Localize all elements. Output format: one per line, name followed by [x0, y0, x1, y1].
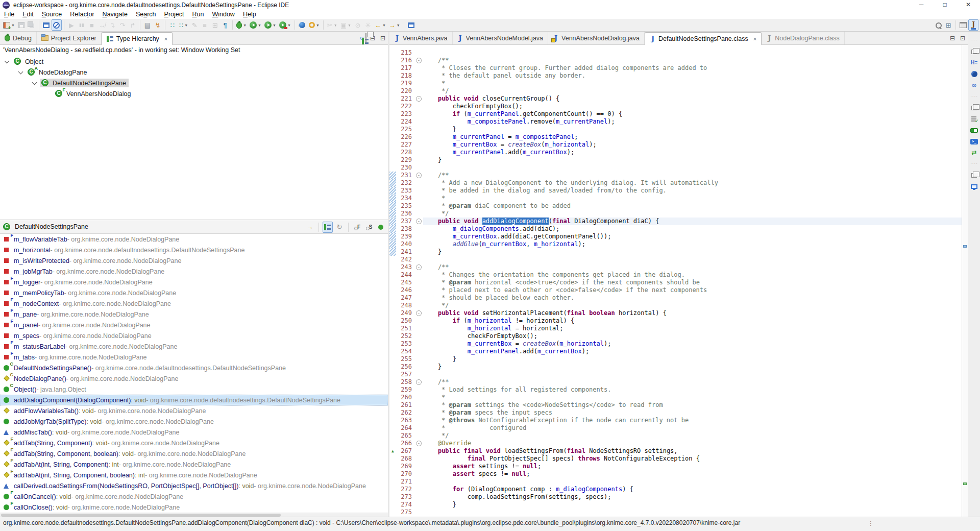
code-text[interactable]: final PortObjectSpec[] specs) throws Not…	[423, 455, 962, 463]
code-text[interactable]: @Override	[423, 440, 962, 447]
menu-source[interactable]: Source	[38, 10, 66, 19]
code-text[interactable]: }	[423, 363, 962, 371]
suspend-button[interactable]: ▮▮	[77, 19, 87, 31]
coverage-button[interactable]: ▼	[278, 19, 292, 31]
member-row[interactable]: Fm_tabs - org.knime.core.node.NodeDialog…	[0, 352, 388, 363]
last-edit-location-button[interactable]	[406, 19, 416, 31]
collapse-icon[interactable]: -	[416, 96, 422, 102]
collapse-icon[interactable]: -	[416, 441, 422, 446]
editor-tab-VennAbersNodeModel.java[interactable]: JVennAbersNodeModel.java	[453, 32, 549, 44]
view-tab-project-explorer[interactable]: Project Explorer	[37, 32, 102, 44]
code-text[interactable]: * @param diaC component to be added	[423, 202, 962, 210]
dropdown-arrow-icon[interactable]: ▼	[348, 23, 351, 27]
fold-ruler[interactable]: -	[414, 440, 423, 447]
new-wizard-button[interactable]: ▼	[2, 19, 16, 31]
java-perspective-button[interactable]: J	[968, 19, 978, 31]
dropdown-arrow-icon[interactable]: ▼	[287, 23, 291, 27]
code-text[interactable]: m_currentPanel = m_compositePanel;	[423, 133, 962, 141]
code-text[interactable]	[423, 478, 962, 486]
member-row[interactable]: FaddTab(String, Component, boolean) : vo…	[0, 448, 388, 459]
collapse-icon[interactable]: -	[416, 379, 422, 385]
code-text[interactable]: m_dialogComponents.add(diaC);	[423, 225, 962, 233]
fold-ruler[interactable]: -	[414, 378, 423, 386]
member-row[interactable]: m_isWriteProtected - org.knime.core.node…	[0, 255, 388, 266]
member-row[interactable]: Fm_panel - org.knime.core.node.NodeDialo…	[0, 320, 388, 330]
member-row[interactable]: callDerivedLoadSettingsFrom(NodeSettings…	[0, 480, 388, 491]
refresh-button[interactable]: ↻	[334, 222, 345, 233]
open-console-button[interactable]	[41, 19, 52, 31]
focus-arrow-button[interactable]: →	[305, 222, 315, 233]
override-marker[interactable]	[963, 482, 967, 485]
run-button[interactable]: ▼	[248, 19, 263, 31]
save-all-button[interactable]	[27, 19, 37, 31]
member-row[interactable]: FcallOnClose() : void - org.knime.core.n…	[0, 502, 388, 513]
code-text[interactable]: * configured	[423, 424, 962, 432]
code-text[interactable]: addGlue(m_currentBox, m_horizontal);	[423, 240, 962, 248]
code-text[interactable]: m_currentPanel.add(m_currentBox);	[423, 149, 962, 156]
maximize-view-button[interactable]: ⊡	[379, 35, 387, 42]
code-text[interactable]: /**	[423, 378, 962, 386]
resource-perspective-button[interactable]	[958, 19, 968, 31]
overview-ruler[interactable]	[962, 45, 968, 517]
chevron-down-icon[interactable]	[5, 58, 10, 63]
resume-button[interactable]: ▶	[66, 19, 77, 31]
fold-ruler[interactable]: -	[414, 57, 423, 64]
collapse-icon[interactable]: -	[416, 58, 422, 63]
fold-ruler[interactable]: -	[414, 263, 423, 271]
code-text[interactable]: m_compositePanel.remove(m_currentPanel);	[423, 118, 962, 126]
collapse-icon[interactable]: -	[416, 173, 422, 178]
editor-tab-VennAbers.java[interactable]: JVennAbers.java	[389, 32, 453, 44]
menu-file[interactable]: File	[0, 10, 18, 19]
occurrence-marker[interactable]	[963, 245, 967, 248]
tree-item-DefaultNodeSettingsPane[interactable]: DefaultNodeSettingsPane	[0, 78, 388, 88]
menu-run[interactable]: Run	[188, 10, 208, 19]
restore-views-button[interactable]	[970, 172, 979, 179]
code-text[interactable]: * @param horizontal <code>true</code> if…	[423, 279, 962, 286]
skip-breakpoints-button[interactable]	[52, 19, 62, 31]
code-text[interactable]: * be added in the dialog and saved/loade…	[423, 187, 962, 195]
remote-systems-button[interactable]	[970, 183, 979, 190]
code-text[interactable]: * Changes the orientation the components…	[423, 271, 962, 279]
debug-button[interactable]: ▼	[235, 19, 248, 31]
code-text[interactable]: */	[423, 210, 962, 218]
code-text[interactable]	[423, 509, 962, 516]
hide-static-button[interactable]: S	[364, 222, 374, 233]
code-text[interactable]: }	[423, 126, 962, 133]
member-row[interactable]: Fm_pane - org.knime.core.node.NodeDialog…	[0, 309, 388, 320]
heap-status-button[interactable]: H=	[970, 59, 979, 66]
save-console-button[interactable]: ▣▼	[339, 19, 353, 31]
code-text[interactable]: }	[423, 248, 962, 256]
code-text[interactable]: }	[423, 156, 962, 164]
minimize-button[interactable]: ─	[910, 0, 933, 10]
menu-project[interactable]: Project	[160, 10, 188, 19]
member-row[interactable]: addFlowVariablesTab() : void - org.knime…	[0, 405, 388, 416]
code-text[interactable]: assert specs != null;	[423, 470, 962, 478]
dropdown-arrow-icon[interactable]: ▼	[316, 23, 320, 27]
code-text[interactable]: * should be placed below each other.	[423, 294, 962, 302]
menu-edit[interactable]: Edit	[18, 10, 38, 19]
dropdown-arrow-icon[interactable]: ▼	[273, 23, 276, 27]
edit-pencil-button[interactable]: ✎	[189, 19, 200, 31]
format-lines-button[interactable]: ≡	[200, 19, 210, 31]
maximize-button[interactable]: □	[933, 0, 957, 10]
dropdown-arrow-icon[interactable]: ▼	[184, 23, 188, 27]
console-view-button[interactable]	[970, 138, 979, 145]
trace-a-button[interactable]: ∷	[167, 19, 178, 31]
code-text[interactable]: * Add a new DialogComponent to the under…	[423, 179, 962, 187]
forward-button[interactable]: →▼	[387, 19, 402, 31]
menu-window[interactable]: Window	[208, 10, 238, 19]
breakpoint-action-button[interactable]: ↯	[153, 19, 163, 31]
member-row[interactable]: Fm_flowVariableTab - org.knime.core.node…	[0, 234, 388, 245]
member-row[interactable]: CNodeDialogPane() - org.knime.core.node.…	[0, 373, 388, 384]
restore-views-button[interactable]	[970, 48, 979, 55]
code-text[interactable]: if (m_currentPanel.getComponentCount() =…	[423, 110, 962, 118]
members-hscrollbar[interactable]	[0, 513, 388, 517]
member-row[interactable]: m_memPolicyTab - org.knime.core.node.Nod…	[0, 287, 388, 298]
code-text[interactable]: * Load settings for all registered compo…	[423, 386, 962, 394]
code-editor[interactable]: 215216- /**217 * Closes the current grou…	[389, 45, 962, 517]
close-icon[interactable]: ×	[753, 36, 756, 42]
code-text[interactable]: * the default panel outside any border.	[423, 72, 962, 80]
record-button[interactable]: ▤	[142, 19, 153, 31]
code-text[interactable]	[423, 371, 962, 378]
member-row[interactable]: addMiscTab() : void - org.knime.core.nod…	[0, 427, 388, 438]
